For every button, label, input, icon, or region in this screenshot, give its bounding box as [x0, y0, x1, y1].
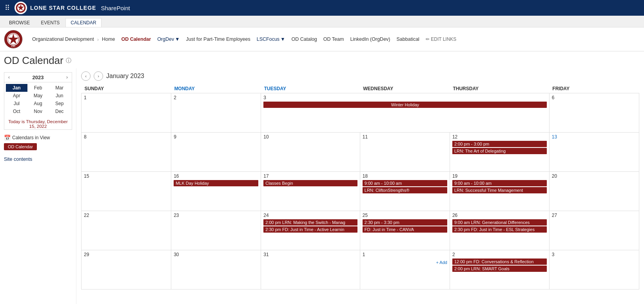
nav-linkedin[interactable]: LinkedIn (OrgDev)	[347, 36, 393, 43]
site-nav: Organizational Development › Home OD Cal…	[29, 36, 640, 43]
cell-jan30: 30	[171, 250, 261, 289]
cell-jan8: 8	[82, 133, 171, 172]
top-bar: ⠿ LONE STAR COLLEGE SharePoint	[0, 0, 644, 16]
calendar-full-table: SUNDAY MONDAY TUESDAY WEDNESDAY THURSDAY…	[81, 84, 639, 289]
calendars-section: 📅 Calendars in View OD Calendar	[4, 135, 72, 150]
event-making-switch[interactable]: 2:00 pm LRN: Making the Switch - Manag	[263, 219, 357, 226]
mini-cal-year: 2023	[33, 75, 44, 80]
cell-jan25: 25 2:30 pm - 3:30 pm FD: Just in Time - …	[360, 211, 450, 250]
page-title-area: OD Calendar ⓘ	[0, 51, 644, 68]
college-logo	[15, 2, 27, 14]
event-art-delegating[interactable]: LRN: The Art of Delegating	[452, 148, 547, 154]
sidebar: ‹ 2023 › Jan Feb Mar Apr May Jun Jul Aug…	[0, 68, 76, 304]
month-may[interactable]: May	[27, 92, 49, 100]
event-conversations[interactable]: 12:00 pm FD: Conversations & Reflection	[452, 258, 547, 265]
cal-nav-bar: ‹ › January 2023	[81, 71, 639, 81]
nav-lscfocus[interactable]: LSCFocus ▼	[254, 36, 288, 43]
cal-month-title: January 2023	[106, 73, 144, 80]
prev-month-btn[interactable]: ‹	[81, 71, 91, 81]
site-header: LSC Organizational Development › Home OD…	[0, 27, 644, 51]
table-row: 1 2 3 Winter Holiday 6	[82, 93, 639, 133]
event-generational[interactable]: 9:00 am LRN: Generational Differences	[452, 219, 547, 226]
cell-feb1: 1 + Add	[360, 250, 450, 289]
main-layout: ‹ 2023 › Jan Feb Mar Apr May Jun Jul Aug…	[0, 68, 644, 304]
month-jul[interactable]: Jul	[6, 100, 27, 107]
month-jun[interactable]: Jun	[49, 92, 70, 100]
tab-events[interactable]: EVENTS	[36, 18, 65, 27]
page-title: OD Calendar ⓘ	[4, 55, 640, 67]
app-name: SharePoint	[101, 5, 130, 11]
event-mlk[interactable]: MLK Day Holiday	[174, 180, 258, 186]
od-calendar-badge[interactable]: OD Calendar	[4, 143, 37, 150]
nav-part-time[interactable]: Just for Part-Time Employees	[183, 36, 254, 43]
month-jan[interactable]: Jan	[6, 84, 27, 92]
prev-year-btn[interactable]: ‹	[7, 74, 11, 80]
cal-header: SUNDAY MONDAY TUESDAY WEDNESDAY THURSDAY…	[82, 84, 639, 93]
nav-od-team[interactable]: OD Team	[320, 36, 347, 43]
cell-jan1: 1	[82, 93, 171, 133]
cell-feb3: 3	[549, 250, 639, 289]
nav-org-dev[interactable]: Organizational Development	[29, 36, 97, 43]
cell-jan27: 27	[549, 211, 639, 250]
event-clifton-time[interactable]: 9:00 am - 10:00 am	[363, 180, 447, 186]
cell-jan10: 10	[261, 133, 360, 172]
next-year-btn[interactable]: ›	[65, 74, 69, 80]
month-feb[interactable]: Feb	[27, 84, 49, 92]
event-clifton[interactable]: LRN: CliftonStrengths®	[363, 187, 447, 193]
event-classes-begin[interactable]: Classes Begin	[263, 180, 357, 186]
mini-cal-months: Jan Feb Mar Apr May Jun Jul Aug Sep Oct …	[4, 82, 72, 117]
grid-icon[interactable]: ⠿	[5, 4, 10, 12]
next-month-btn[interactable]: ›	[94, 71, 103, 81]
month-mar[interactable]: Mar	[49, 84, 70, 92]
cell-jan31: 31	[261, 250, 360, 289]
cell-jan23: 23	[171, 211, 261, 250]
cell-jan16: 16 MLK Day Holiday	[171, 172, 261, 211]
table-row: 15 16 MLK Day Holiday 17 Classes Begin 1…	[82, 172, 639, 211]
event-canva-time[interactable]: 2:30 pm - 3:30 pm	[363, 219, 447, 226]
mini-cal-header: ‹ 2023 ›	[4, 73, 72, 82]
month-apr[interactable]: Apr	[6, 92, 27, 100]
nav-orgdev[interactable]: OrgDev ▼	[154, 36, 183, 43]
svg-text:LSC: LSC	[11, 45, 15, 47]
event-esl[interactable]: 2:30 pm FD: Just in Time - ESL Strategie…	[452, 226, 547, 233]
month-oct[interactable]: Oct	[6, 107, 27, 115]
cell-feb2: 2 12:00 pm FD: Conversations & Reflectio…	[450, 250, 549, 289]
nav-edit-links[interactable]: ✏ EDIT LINKS	[423, 36, 459, 43]
site-logo: LSC	[4, 30, 23, 49]
event-time-mgmt-time[interactable]: 9:00 am - 10:00 am	[452, 180, 547, 186]
hdr-mon: MONDAY	[171, 84, 261, 93]
cell-jan15: 15	[82, 172, 171, 211]
today-text: Today is Thursday, December 15, 2022	[4, 117, 72, 129]
nav-sabbatical[interactable]: Sabbatical	[394, 36, 423, 43]
cell-jan11: 11	[360, 133, 450, 172]
logo-area: LONE STAR COLLEGE SharePoint	[15, 2, 130, 14]
event-time-mgmt[interactable]: LRN: Successful Time Management	[452, 187, 547, 193]
cell-jan22: 22	[82, 211, 171, 250]
cell-jan19: 19 9:00 am - 10:00 am LRN: Successful Ti…	[450, 172, 549, 211]
tab-browse[interactable]: BROWSE	[4, 18, 35, 27]
month-dec[interactable]: Dec	[49, 107, 70, 115]
event-canva[interactable]: FD: Just in Time - CANVA	[363, 226, 447, 233]
table-row: 29 30 31 1 + Add 2 12:00 pm FD: Conversa	[82, 250, 639, 289]
hdr-fri: FRIDAY	[549, 84, 639, 93]
table-row: 22 23 24 2:00 pm LRN: Making the Switch …	[82, 211, 639, 250]
nav-od-catalog[interactable]: OD Catalog	[288, 36, 320, 43]
nav-od-calendar[interactable]: OD Calendar	[118, 36, 154, 43]
event-art-delegating-time[interactable]: 2:00 pm - 3:00 pm	[452, 141, 547, 147]
month-nov[interactable]: Nov	[27, 107, 49, 115]
event-active-learning[interactable]: 2:30 pm FD: Just in Time - Active Learni…	[263, 226, 357, 233]
info-icon[interactable]: ⓘ	[66, 57, 71, 64]
month-sep[interactable]: Sep	[49, 100, 70, 107]
hdr-sun: SUNDAY	[82, 84, 171, 93]
add-event-link[interactable]: + Add	[363, 258, 447, 265]
nav-home[interactable]: Home	[99, 36, 118, 43]
winter-holiday-event[interactable]: Winter Holiday	[263, 102, 547, 108]
cell-jan29: 29	[82, 250, 171, 289]
hdr-tue: TUESDAY	[261, 84, 360, 93]
event-smart-goals[interactable]: 2:00 pm LRN: SMART Goals	[452, 266, 547, 272]
hdr-thu: THURSDAY	[450, 84, 549, 93]
site-contents[interactable]: Site contents	[4, 157, 72, 162]
cell-jan24: 24 2:00 pm LRN: Making the Switch - Mana…	[261, 211, 360, 250]
tab-calendar[interactable]: CALENDAR	[65, 18, 101, 27]
month-aug[interactable]: Aug	[27, 100, 49, 107]
